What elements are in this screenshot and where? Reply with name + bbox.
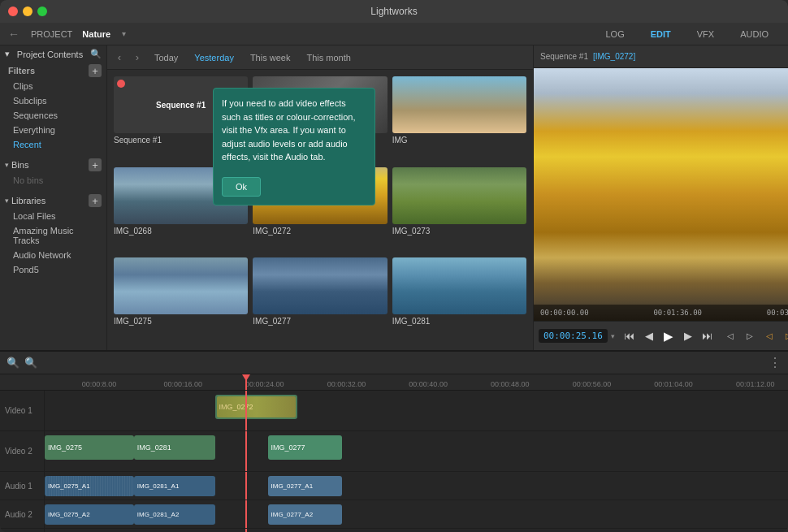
tab-edit[interactable]: EDIT: [638, 26, 684, 42]
this-month-button[interactable]: This month: [300, 51, 357, 64]
clip-audio2-img0275[interactable]: IMG_0275_A2: [45, 504, 134, 525]
sidebar-item-everything[interactable]: Everything: [0, 123, 106, 137]
clip-audio1-img0277[interactable]: IMG_0277_A1: [268, 476, 343, 496]
tab-log[interactable]: LOG: [592, 26, 637, 42]
list-item[interactable]: IMG_0281: [392, 257, 526, 344]
tooltip-ok-button[interactable]: Ok: [222, 177, 261, 197]
clip-video2-label1: IMG_0275: [48, 443, 82, 452]
track-content-audio3: IMG_0272_A1: [45, 529, 788, 532]
sidebar: ▾ Project Contents 🔍 Filters + Clips Sub…: [0, 45, 107, 350]
play-button[interactable]: ▶: [660, 328, 677, 344]
timeline-more-button[interactable]: ⋮: [769, 355, 782, 370]
clip-video2-label2: IMG_0281: [137, 443, 171, 452]
today-button[interactable]: Today: [148, 51, 184, 64]
ruler-mid2: 00:03:12.00: [767, 309, 788, 317]
add-filter-button[interactable]: +: [89, 64, 102, 77]
list-item[interactable]: IMG_0273: [392, 167, 526, 253]
tab-audio[interactable]: AUDIO: [727, 26, 782, 42]
preview-header: Sequence #1 [IMG_0272] ⋮: [534, 45, 788, 68]
sidebar-item-subclips[interactable]: Subclips: [0, 93, 106, 108]
clip-video2-img0277[interactable]: IMG_0277: [268, 435, 343, 460]
add-bin-button[interactable]: +: [89, 158, 102, 171]
next-frame-button[interactable]: ▶: [680, 328, 696, 344]
timeline-area: 🔍 🔍 ⋮ 00:00:8.00 00:00:16.00 00:00:24.00…: [0, 350, 788, 532]
project-name: Nature: [82, 29, 110, 39]
minimize-button[interactable]: [23, 6, 32, 16]
tab-vfx[interactable]: VFX: [684, 26, 727, 42]
back-button[interactable]: ←: [6, 27, 21, 41]
preview-controls: 00:00:25.16 ▾ ⏮ ◀ ▶ ▶ ⏭ ◁ ▷ ◁ ▷ 🎤 ↩ ↪: [534, 321, 788, 350]
sidebar-item-clips[interactable]: Clips: [0, 79, 106, 93]
clip-audio2-img0277[interactable]: IMG_0277_A2: [268, 504, 343, 525]
mark-out-button[interactable]: ▷: [781, 328, 788, 344]
project-dropdown-icon[interactable]: ▾: [122, 29, 126, 38]
clip-thumb-img0273: [392, 167, 526, 224]
track-label-audio2: Audio 2: [0, 500, 45, 528]
ruler-label-1: 00:00:8.00: [82, 380, 117, 388]
clip-audio1-img0275[interactable]: IMG_0275_A1: [45, 476, 134, 496]
clip-video1-img0272[interactable]: IMG_0272: [215, 395, 297, 419]
playhead-audio1: [245, 472, 247, 500]
maximize-button[interactable]: [37, 6, 47, 16]
this-week-button[interactable]: This week: [244, 51, 297, 64]
ruler-label-3: 00:00:24.00: [245, 380, 284, 388]
clip-label-img0272: IMG_0272: [253, 227, 387, 236]
out-point-button[interactable]: ▷: [742, 328, 758, 344]
project-label: PROJECT: [31, 29, 72, 39]
clip-audio2-img0281[interactable]: IMG_0281_A2: [134, 504, 216, 525]
sidebar-item-localfiles[interactable]: Local Files: [0, 209, 106, 223]
list-item[interactable]: IMG_0277: [253, 257, 387, 344]
clip-label-img0281: IMG_0281: [392, 317, 526, 326]
nav-right-button[interactable]: ›: [130, 50, 145, 65]
clip-label-img0277: IMG_0277: [253, 317, 387, 326]
clip-thumb-img0281: [392, 257, 526, 314]
playhead-video1: [245, 391, 247, 430]
search-icon[interactable]: 🔍: [90, 49, 102, 59]
go-start-button[interactable]: ⏮: [621, 328, 638, 344]
ruler-start: 00:00:00.00: [540, 309, 589, 317]
playhead-audio2: [245, 500, 247, 528]
track-audio3: Audio 3 IMG_0272_A1: [0, 529, 788, 532]
clip-video2-img0275[interactable]: IMG_0275: [45, 435, 134, 460]
playhead-triangle: [242, 374, 250, 381]
list-item[interactable]: IMG_0275: [114, 257, 248, 344]
prev-frame-button[interactable]: ◀: [641, 328, 657, 344]
playhead-ruler: [245, 374, 247, 390]
ruler-label-6: 00:00:48.00: [491, 380, 530, 388]
playhead-audio3: [245, 529, 247, 532]
timecode-dropdown[interactable]: ▾: [611, 332, 615, 340]
menubar-tabs: LOG EDIT VFX AUDIO: [592, 26, 782, 42]
zoom-in-button[interactable]: 🔍: [24, 357, 37, 369]
bins-arrow: ▾: [5, 161, 9, 169]
add-library-button[interactable]: +: [89, 194, 102, 207]
clip-audio1-label3: IMG_0277_A1: [271, 482, 314, 490]
preview-video: 00:00:00.00 00:01:36.00 00:03:12.00 00:1: [534, 68, 788, 321]
track-content-video2: IMG_0275 IMG_0281 IMG_0277: [45, 431, 788, 471]
playhead-video2: [245, 431, 247, 471]
track-video1: Video 1 IMG_0272: [0, 391, 788, 431]
go-end-button[interactable]: ⏭: [699, 328, 716, 344]
yesterday-button[interactable]: Yesterday: [188, 51, 240, 64]
project-contents-header[interactable]: ▾ Project Contents 🔍: [0, 45, 106, 63]
project-panel: ‹ › Today Yesterday This week This month…: [107, 45, 534, 350]
timecode-display: 00:00:25.16: [539, 329, 608, 343]
track-content-audio1: IMG_0275_A1 IMG_0281_A1 IMG_0277_A1: [45, 472, 788, 500]
sidebar-item-sequences[interactable]: Sequences: [0, 108, 106, 123]
zoom-out-button[interactable]: 🔍: [6, 357, 19, 369]
project-contents-arrow: ▾: [5, 49, 10, 59]
mark-in-button[interactable]: ◁: [761, 328, 777, 344]
sidebar-item-pond5[interactable]: Pond5: [0, 262, 106, 277]
clip-video2-img0281[interactable]: IMG_0281: [134, 435, 216, 460]
no-bins-label: No bins: [0, 173, 106, 188]
clip-audio1-img0281[interactable]: IMG_0281_A1: [134, 476, 216, 496]
sidebar-item-audionetwork[interactable]: Audio Network: [0, 248, 106, 262]
clip-thumb-img0277: [253, 257, 387, 314]
sidebar-item-recent[interactable]: Recent: [0, 137, 106, 152]
close-button[interactable]: [8, 6, 18, 16]
list-item[interactable]: IMG: [392, 76, 526, 162]
nav-left-button[interactable]: ‹: [112, 50, 127, 65]
sidebar-item-music[interactable]: Amazing Music Tracks: [0, 223, 106, 248]
in-point-button[interactable]: ◁: [722, 328, 738, 344]
ruler-mid1: 00:01:36.00: [653, 309, 702, 317]
clip-audio2-label3: IMG_0277_A2: [271, 511, 314, 518]
